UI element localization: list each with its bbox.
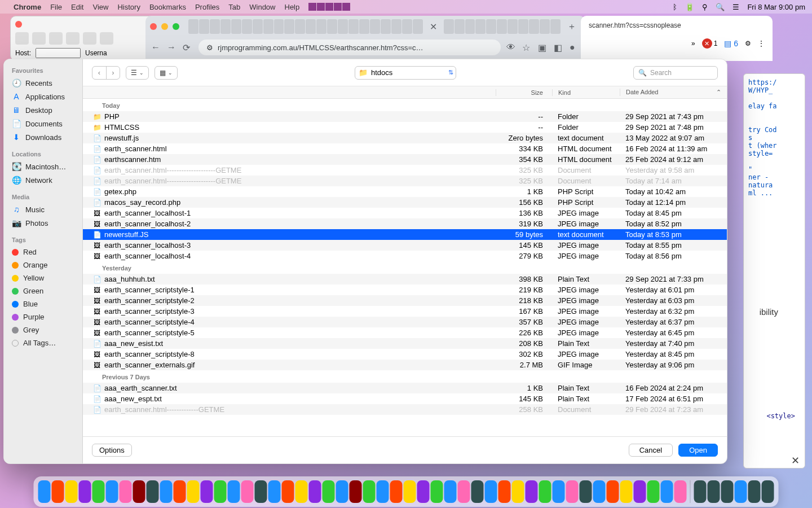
file-list[interactable]: Today📁PHP--Folder29 Sep 2021 at 7:43 pm📁… — [83, 99, 727, 436]
back-icon[interactable]: ← — [151, 42, 161, 52]
search-input[interactable]: 🔍 Search — [633, 66, 718, 80]
sidebar-item[interactable]: 📷Photos — [12, 216, 82, 230]
file-row[interactable]: 📄earth_scanner.html--------------------G… — [83, 176, 727, 186]
kebab-menu-icon[interactable]: ⋮ — [758, 40, 765, 47]
bookmark-star-icon[interactable]: ☆ — [522, 42, 532, 53]
close-icon[interactable] — [150, 23, 157, 30]
menu-view[interactable]: View — [92, 3, 108, 11]
file-row[interactable]: 📄earth_scanner.html-------------GETME258… — [83, 404, 727, 415]
sidebar-item[interactable]: Orange — [12, 259, 82, 271]
menu-edit[interactable]: Edit — [71, 3, 83, 11]
file-row[interactable]: 🖼earth_scanner_localhost-1136 KBJPEG ima… — [83, 208, 727, 218]
file-row[interactable]: 🖼earth_scanner_scriptstyle-3167 KBJPEG i… — [83, 306, 727, 317]
file-row[interactable]: 📄newstuff.jsZero bytestext document13 Ma… — [83, 133, 727, 143]
group-by-button[interactable]: ▦ ⌄ — [155, 66, 178, 80]
menu-help[interactable]: Help — [285, 3, 300, 11]
sidebar-item[interactable]: Grey — [12, 323, 82, 336]
sidebar-item[interactable]: Purple — [12, 310, 82, 323]
file-row[interactable]: 🖼earth_scanner_localhost-4279 KBJPEG ima… — [83, 251, 727, 261]
tab-strip[interactable] — [188, 19, 423, 34]
sidebar-item[interactable]: 🖥Desktop — [12, 103, 82, 117]
file-row[interactable]: 📁HTMLCSS--Folder29 Sep 2021 at 7:48 pm — [83, 122, 727, 133]
file-row[interactable]: 🖼earth_scanner_scriptstyle-1219 KBJPEG i… — [83, 284, 727, 295]
file-row[interactable]: 📄aaa_huhhuh.txt398 KBPlain Text29 Sep 20… — [83, 274, 727, 284]
menu-file[interactable]: File — [50, 3, 62, 11]
file-row[interactable]: 🖼earth_scanner_localhost-3145 KBJPEG ima… — [83, 240, 727, 251]
settings-gear-icon[interactable]: ⚙ — [745, 40, 751, 47]
menu-bookmarks[interactable]: Bookmarks — [149, 3, 186, 11]
file-row[interactable]: 🖼earth_scanner_scriptstyle-5226 KBJPEG i… — [83, 327, 727, 338]
wifi-icon[interactable]: ⚲ — [702, 3, 708, 11]
file-row[interactable]: 📄earth_scanner.html334 KBHTML document16… — [83, 143, 727, 154]
error-badge-icon[interactable]: ✕ — [702, 38, 712, 49]
folder-dropdown[interactable]: 📁 htdocs ⇅ — [355, 66, 456, 80]
close-icon[interactable] — [15, 21, 22, 28]
file-row[interactable]: 🖼earth_scanner_scriptstyle-4357 KBJPEG i… — [83, 317, 727, 327]
file-row[interactable]: 🖼earth_scanner_externals.gif2.7 MBGIF Im… — [83, 360, 727, 370]
file-row[interactable]: 📁PHP--Folder29 Sep 2021 at 7:43 pm — [83, 111, 727, 122]
sidebar-item[interactable]: Yellow — [12, 271, 82, 284]
sidebar-item[interactable]: Red — [12, 246, 82, 259]
col-date[interactable]: Date Added ⌃ — [620, 89, 727, 96]
menu-history[interactable]: History — [117, 3, 140, 11]
sidebar-item-icon: 🌐 — [12, 176, 21, 185]
nav-forward-icon[interactable]: › — [106, 67, 120, 79]
sidebar-item[interactable]: ⬇Downloads — [12, 130, 82, 144]
file-row[interactable]: 🖼earth_scanner_scriptstyle-2218 KBJPEG i… — [83, 295, 727, 306]
sidebar-item[interactable]: 🕘Recents — [12, 76, 82, 90]
menu-profiles[interactable]: Profiles — [195, 3, 219, 11]
sidebar-item[interactable]: All Tags… — [12, 336, 82, 349]
extension-icon[interactable]: ▣ — [538, 42, 548, 53]
forward-icon[interactable]: → — [167, 42, 177, 52]
file-row[interactable]: 📄aaa_new_esist.txt208 KBPlain TextYester… — [83, 338, 727, 349]
sidebar-item[interactable]: 💽Macintosh… — [12, 160, 82, 173]
bluetooth-icon[interactable]: ᛒ — [673, 3, 677, 11]
sidebar-item[interactable]: ♫Music — [12, 203, 82, 216]
spotlight-icon[interactable]: 🔍 — [716, 3, 725, 11]
profile-avatar[interactable]: ● — [570, 42, 580, 52]
sidebar-item[interactable]: 🌐Network — [12, 173, 82, 187]
sidepanel-icon[interactable]: ◧ — [554, 42, 564, 53]
file-icon: 🖼 — [92, 308, 102, 316]
app-menu[interactable]: Chrome — [14, 3, 41, 11]
file-row[interactable]: 🖼earth_scanner_scriptstyle-8302 KBJPEG i… — [83, 349, 727, 360]
minimize-icon[interactable] — [161, 23, 168, 30]
battery-icon[interactable]: 🔋 — [685, 3, 694, 11]
col-kind[interactable]: Kind — [552, 89, 620, 96]
file-row[interactable]: 📄getex.php1 KBPHP ScriptToday at 10:42 a… — [83, 186, 727, 197]
nav-back-icon[interactable]: ‹ — [92, 67, 106, 79]
options-button[interactable]: Options — [92, 444, 132, 457]
file-row[interactable]: 📄earthscanner.htm354 KBHTML document25 F… — [83, 154, 727, 165]
zoom-icon[interactable] — [173, 23, 179, 30]
file-row[interactable]: 📄macos_say_record.php156 KBPHP ScriptTod… — [83, 197, 727, 208]
new-tab-icon[interactable]: ＋ — [563, 21, 581, 33]
reload-icon[interactable]: ⟳ — [183, 42, 193, 53]
file-row[interactable]: 📄aaa_earth_scanner.txt1 KBPlain Text16 F… — [83, 383, 727, 393]
sidebar-item[interactable]: 📄Documents — [12, 117, 82, 130]
menu-window[interactable]: Window — [249, 3, 275, 11]
address-bar[interactable]: ⚙ rjmprogramming.com.au/HTMLCSS/earthsca… — [198, 40, 501, 55]
dock[interactable] — [34, 476, 779, 507]
file-date: Yesterday at 7:40 pm — [620, 339, 727, 348]
open-button[interactable]: Open — [678, 444, 718, 457]
clock[interactable]: Fri 8 Mar 9:00 pm — [747, 3, 805, 11]
menu-tab[interactable]: Tab — [228, 3, 240, 11]
cancel-button[interactable]: Cancel — [629, 444, 673, 457]
sidebar-item[interactable]: AApplications — [12, 90, 82, 103]
file-row[interactable]: 🖼earth_scanner_localhost-2319 KBJPEG ima… — [83, 218, 727, 229]
sidebar-item[interactable]: Blue — [12, 297, 82, 310]
message-icon[interactable]: ▤ 6 — [724, 39, 738, 48]
col-size[interactable]: Size — [496, 89, 552, 96]
tab-strip[interactable] — [444, 19, 561, 34]
sidebar-item[interactable]: Green — [12, 284, 82, 297]
file-row[interactable]: 📄newerstuff.JS59 bytestext documentToday… — [83, 229, 727, 240]
host-input[interactable] — [36, 48, 81, 58]
view-mode-button[interactable]: ☰ ⌄ — [126, 66, 149, 80]
close-tab-icon[interactable]: ✕ — [425, 21, 442, 32]
control-center-icon[interactable]: ☰ — [732, 3, 739, 11]
overflow-icon[interactable]: » — [691, 40, 695, 47]
eye-icon[interactable]: 👁 — [506, 42, 517, 52]
file-row[interactable]: 📄earth_scanner.html--------------------G… — [83, 165, 727, 176]
file-row[interactable]: 📄aaa_new_espt.txt145 KBPlain Text17 Feb … — [83, 393, 727, 404]
close-x-icon[interactable]: ✕ — [788, 454, 802, 467]
